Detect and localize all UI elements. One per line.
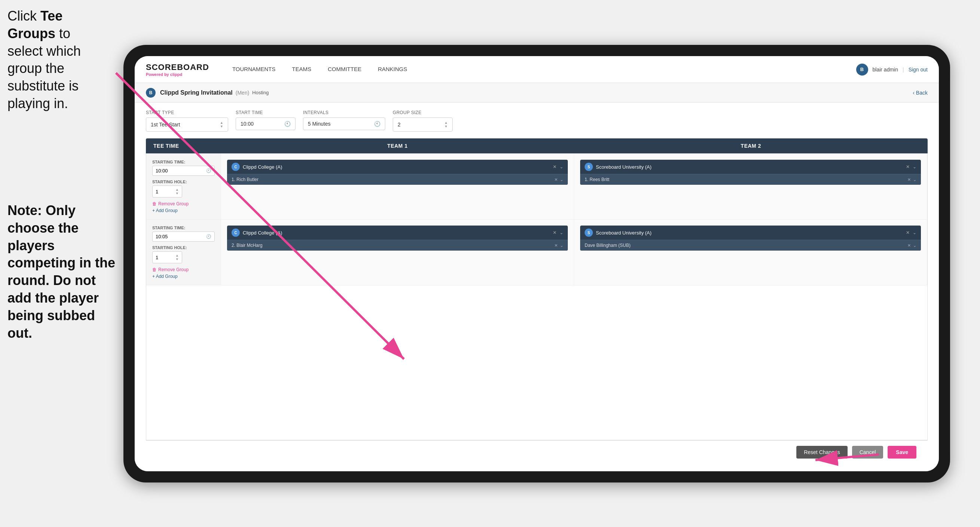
nav-committee[interactable]: COMMITTEE [320, 56, 369, 83]
team-expand-icon-2[interactable]: ⌄ [913, 164, 916, 169]
hole-stepper-1[interactable]: ▲▼ [175, 188, 179, 195]
team-name-1-1: Clippd College (A) [243, 164, 550, 170]
player-remove-icon-3[interactable]: ✕ [554, 243, 558, 248]
start-type-input[interactable]: 1st Tee Start ▲▼ [146, 118, 228, 132]
team-card-header-1-2: C Clippd College (A) ✕ ⌄ [227, 226, 568, 240]
group-team2-cell-2: S Scoreboard University (A) ✕ ⌄ Dave Bil… [574, 220, 927, 285]
save-button[interactable]: Save [888, 446, 916, 459]
intervals-input[interactable]: 5 Minutes 🕙 [303, 118, 385, 130]
clock-icon-4: 🕙 [206, 234, 212, 239]
team-icon-2-2: S [585, 229, 593, 237]
team-icon-1-2: C [232, 229, 240, 237]
player-row-1-2: 2. Blair McHarg ✕ ⌄ [227, 240, 568, 251]
team-card-1-1: C Clippd College (A) ✕ ⌄ 1. Rich Butler [227, 160, 568, 185]
nav-items: TOURNAMENTS TEAMS COMMITTEE RANKINGS [224, 56, 856, 83]
col-tee-time: Tee Time [146, 139, 221, 153]
group-team1-cell-1: C Clippd College (A) ✕ ⌄ 1. Rich Butler [221, 154, 574, 219]
nav-tournaments[interactable]: TOURNAMENTS [224, 56, 284, 83]
start-type-stepper[interactable]: ▲▼ [220, 121, 223, 128]
table-header: Tee Time Team 1 Team 2 [146, 139, 928, 153]
nav-user: B blair admin | Sign out [856, 64, 928, 76]
intervals-group: Intervals 5 Minutes 🕙 [303, 110, 385, 132]
player-remove-icon-2[interactable]: ✕ [907, 177, 911, 182]
group-left-2: STARTING TIME: 10:05 🕙 STARTING HOLE: 1 … [146, 220, 221, 285]
logo-area: SCOREBOARD Powered by clippd [146, 62, 209, 77]
content-area: Start Type 1st Tee Start ▲▼ Start Time 1… [135, 102, 939, 471]
player-row-2-2: Dave Billingham (SUB) ✕ ⌄ [580, 240, 921, 251]
player-remove-icon-4[interactable]: ✕ [907, 243, 911, 248]
remove-group-button-2[interactable]: 🗑 Remove Group [152, 267, 215, 272]
group-row-2: STARTING TIME: 10:05 🕙 STARTING HOLE: 1 … [146, 220, 927, 285]
team-expand-icon[interactable]: ⌄ [560, 164, 563, 169]
start-time-group: Start Time 10:00 🕙 [235, 110, 296, 132]
reset-changes-button[interactable]: Reset Changes [796, 446, 848, 459]
col-team1: Team 1 [221, 139, 574, 153]
settings-row: Start Type 1st Tee Start ▲▼ Start Time 1… [146, 110, 928, 132]
starting-time-label-1: STARTING TIME: [152, 160, 215, 164]
player-row-2-1: 1. Rees Britt ✕ ⌄ [580, 174, 921, 185]
player-controls-2-2: ✕ ⌄ [907, 243, 916, 248]
hole-stepper-2[interactable]: ▲▼ [175, 253, 179, 261]
team-remove-icon-2[interactable]: ✕ [906, 164, 910, 169]
team-controls-1-2: ✕ ⌄ [553, 230, 563, 235]
group-size-input[interactable]: 2 ▲▼ [393, 118, 453, 132]
player-name-1-1: 1. Rich Butler [232, 177, 551, 182]
group-row: STARTING TIME: 10:00 🕙 STARTING HOLE: 1 … [146, 154, 927, 220]
group-size-group: Group Size 2 ▲▼ [393, 110, 453, 132]
note-body: Only choose the players competing in the… [8, 203, 115, 341]
player-remove-icon[interactable]: ✕ [554, 177, 558, 182]
player-name-2-1: 1. Rees Britt [585, 177, 904, 182]
start-type-label: Start Type [146, 110, 228, 115]
add-group-button-1[interactable]: + Add Group [152, 208, 215, 213]
sign-out-link[interactable]: Sign out [908, 67, 928, 73]
note-text: Note: Only choose the players competing … [0, 202, 123, 342]
add-group-button-2[interactable]: + Add Group [152, 274, 215, 279]
team-expand-icon-3[interactable]: ⌄ [560, 230, 563, 235]
team-remove-icon-4[interactable]: ✕ [906, 230, 910, 235]
avatar: B [856, 64, 868, 76]
team-expand-icon-4[interactable]: ⌄ [913, 230, 916, 235]
starting-time-input-1[interactable]: 10:00 🕙 [152, 166, 215, 176]
starting-time-label-2: STARTING TIME: [152, 226, 215, 230]
group-left-1: STARTING TIME: 10:00 🕙 STARTING HOLE: 1 … [146, 154, 221, 219]
player-expand-icon-4[interactable]: ⌄ [913, 243, 916, 248]
player-name-2-2: Dave Billingham (SUB) [585, 243, 904, 248]
group-size-stepper[interactable]: ▲▼ [444, 121, 448, 128]
team-remove-icon[interactable]: ✕ [553, 164, 557, 169]
start-time-input[interactable]: 10:00 🕙 [235, 118, 296, 130]
user-name: blair admin [873, 67, 898, 73]
player-row-1-1: 1. Rich Butler ✕ ⌄ [227, 174, 568, 185]
player-expand-icon-3[interactable]: ⌄ [560, 243, 563, 248]
team-card-1-2: C Clippd College (A) ✕ ⌄ 2. Blair McHarg [227, 226, 568, 251]
col-team2: Team 2 [574, 139, 928, 153]
sub-header: B Clippd Spring Invitational (Men) Hosti… [135, 83, 939, 102]
tournament-name: Clippd Spring Invitational [160, 89, 233, 96]
cancel-button[interactable]: Cancel [852, 446, 883, 459]
clock-icon: 🕙 [284, 121, 291, 127]
tablet-frame: SCOREBOARD Powered by clippd TOURNAMENTS… [123, 45, 950, 482]
player-expand-icon[interactable]: ⌄ [560, 177, 563, 182]
groups-container: STARTING TIME: 10:00 🕙 STARTING HOLE: 1 … [146, 153, 928, 440]
starting-time-input-2[interactable]: 10:05 🕙 [152, 231, 215, 242]
tablet-screen: SCOREBOARD Powered by clippd TOURNAMENTS… [135, 56, 939, 471]
back-button[interactable]: ‹ Back [913, 90, 928, 96]
team-remove-icon-3[interactable]: ✕ [553, 230, 557, 235]
team-card-header-2-1: S Scoreboard University (A) ✕ ⌄ [580, 160, 921, 174]
starting-hole-input-1[interactable]: 1 ▲▼ [152, 186, 182, 197]
remove-group-button-1[interactable]: 🗑 Remove Group [152, 201, 215, 207]
team-icon-1-1: C [232, 163, 240, 171]
group-team1-cell-2: C Clippd College (A) ✕ ⌄ 2. Blair McHarg [221, 220, 574, 285]
starting-hole-label-1: STARTING HOLE: [152, 180, 215, 184]
player-controls-1-2: ✕ ⌄ [554, 243, 563, 248]
hosting-badge: Hosting [252, 90, 269, 96]
logo-scoreboard: SCOREBOARD [146, 62, 209, 72]
nav-rankings[interactable]: RANKINGS [369, 56, 415, 83]
nav-teams[interactable]: TEAMS [283, 56, 320, 83]
starting-hole-input-2[interactable]: 1 ▲▼ [152, 252, 182, 263]
player-expand-icon-2[interactable]: ⌄ [913, 177, 916, 182]
team-name-1-2: Clippd College (A) [243, 230, 550, 236]
team-controls-2-2: ✕ ⌄ [906, 230, 916, 235]
group-actions-2: 🗑 Remove Group + Add Group [152, 267, 215, 279]
team-name-2-2: Scoreboard University (A) [596, 230, 903, 236]
group-actions-1: 🗑 Remove Group + Add Group [152, 201, 215, 213]
